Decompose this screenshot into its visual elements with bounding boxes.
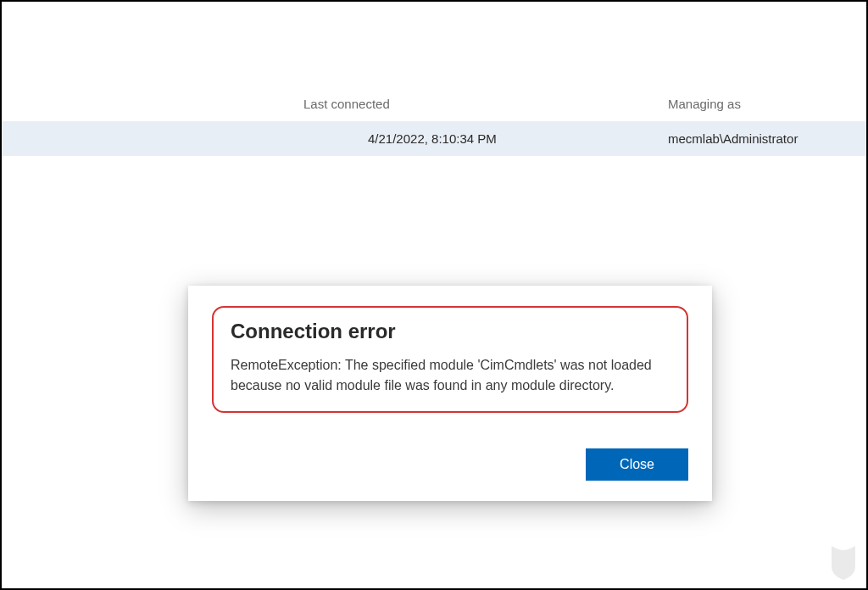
cell-managing-as: mecmlab\Administrator (668, 131, 798, 146)
table-row[interactable]: 4/21/2022, 8:10:34 PM mecmlab\Administra… (2, 121, 866, 156)
dialog-title: Connection error (231, 320, 670, 343)
table-header-row: Last connected Managing as (2, 86, 866, 121)
dialog-footer: Close (212, 448, 688, 481)
watermark-icon (826, 543, 861, 583)
cell-last-connected: 4/21/2022, 8:10:34 PM (368, 131, 643, 146)
close-button[interactable]: Close (586, 448, 688, 481)
connections-table: Last connected Managing as 4/21/2022, 8:… (2, 86, 866, 156)
header-last-connected: Last connected (303, 97, 643, 111)
dialog-message: RemoteException: The specified module 'C… (231, 355, 670, 396)
error-dialog: Connection error RemoteException: The sp… (188, 286, 712, 501)
dialog-highlight-box: Connection error RemoteException: The sp… (212, 306, 688, 413)
header-managing-as: Managing as (668, 97, 741, 111)
